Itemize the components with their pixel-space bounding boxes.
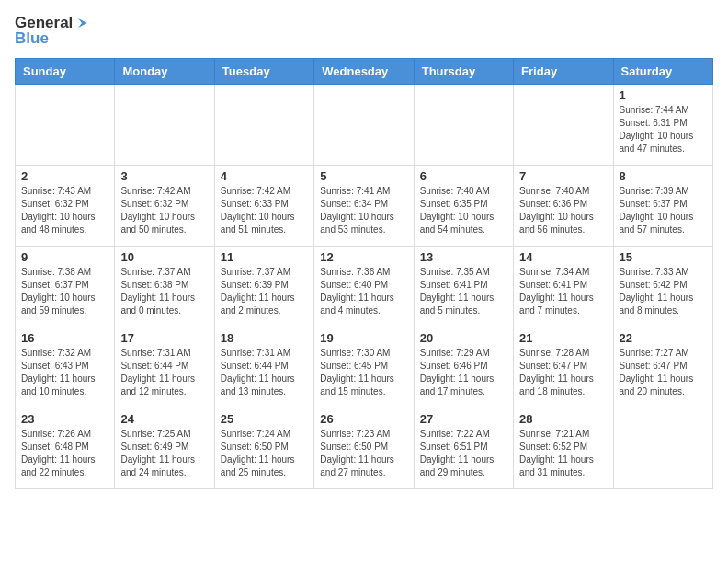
calendar-cell: 25Sunrise: 7:24 AMSunset: 6:50 PMDayligh… [214, 408, 313, 489]
calendar-cell: 19Sunrise: 7:30 AMSunset: 6:45 PMDayligh… [314, 327, 414, 408]
calendar-week-row: 2Sunrise: 7:43 AMSunset: 6:32 PMDaylight… [16, 166, 713, 247]
page-header: General Blue [15, 15, 713, 47]
day-number: 22 [620, 331, 707, 345]
day-info: Sunrise: 7:25 AMSunset: 6:49 PMDaylight:… [120, 428, 208, 479]
svg-marker-0 [78, 18, 87, 28]
calendar-cell: 15Sunrise: 7:33 AMSunset: 6:42 PMDayligh… [613, 247, 712, 327]
calendar-cell: 2Sunrise: 7:43 AMSunset: 6:32 PMDaylight… [16, 166, 115, 247]
day-number: 15 [620, 250, 707, 264]
day-info: Sunrise: 7:21 AMSunset: 6:52 PMDaylight:… [519, 428, 607, 479]
day-number: 20 [420, 331, 507, 345]
calendar-cell: 3Sunrise: 7:42 AMSunset: 6:32 PMDaylight… [115, 166, 214, 247]
calendar-week-row: 23Sunrise: 7:26 AMSunset: 6:48 PMDayligh… [16, 408, 713, 489]
day-number: 5 [320, 169, 407, 183]
day-number: 19 [320, 331, 407, 345]
day-number: 2 [21, 169, 108, 183]
calendar-cell: 28Sunrise: 7:21 AMSunset: 6:52 PMDayligh… [514, 408, 613, 489]
day-number: 6 [420, 169, 507, 183]
day-info: Sunrise: 7:22 AMSunset: 6:51 PMDaylight:… [420, 428, 507, 479]
day-info: Sunrise: 7:44 AMSunset: 6:31 PMDaylight:… [620, 104, 707, 155]
calendar-cell: 10Sunrise: 7:37 AMSunset: 6:38 PMDayligh… [115, 247, 214, 327]
calendar-cell: 23Sunrise: 7:26 AMSunset: 6:48 PMDayligh… [16, 408, 115, 489]
day-info: Sunrise: 7:31 AMSunset: 6:44 PMDaylight:… [120, 347, 208, 398]
calendar-cell: 20Sunrise: 7:29 AMSunset: 6:46 PMDayligh… [414, 327, 513, 408]
day-info: Sunrise: 7:27 AMSunset: 6:47 PMDaylight:… [620, 347, 707, 398]
calendar-cell: 11Sunrise: 7:37 AMSunset: 6:39 PMDayligh… [214, 247, 313, 327]
day-info: Sunrise: 7:33 AMSunset: 6:42 PMDaylight:… [620, 266, 707, 317]
day-info: Sunrise: 7:23 AMSunset: 6:50 PMDaylight:… [320, 428, 407, 479]
calendar-cell [16, 85, 115, 166]
day-info: Sunrise: 7:42 AMSunset: 6:32 PMDaylight:… [120, 185, 208, 236]
day-number: 4 [221, 169, 308, 183]
day-info: Sunrise: 7:32 AMSunset: 6:43 PMDaylight:… [21, 347, 108, 398]
day-number: 26 [320, 412, 407, 426]
calendar-cell: 8Sunrise: 7:39 AMSunset: 6:37 PMDaylight… [613, 166, 712, 247]
day-number: 13 [420, 250, 507, 264]
calendar-cell: 17Sunrise: 7:31 AMSunset: 6:44 PMDayligh… [115, 327, 214, 408]
calendar-cell: 18Sunrise: 7:31 AMSunset: 6:44 PMDayligh… [214, 327, 313, 408]
calendar-cell: 12Sunrise: 7:36 AMSunset: 6:40 PMDayligh… [314, 247, 414, 327]
day-number: 3 [120, 169, 208, 183]
calendar-table: SundayMondayTuesdayWednesdayThursdayFrid… [15, 58, 713, 489]
day-info: Sunrise: 7:24 AMSunset: 6:50 PMDaylight:… [221, 428, 308, 479]
weekday-header-row: SundayMondayTuesdayWednesdayThursdayFrid… [16, 59, 713, 85]
weekday-header-saturday: Saturday [613, 59, 712, 85]
calendar-cell: 16Sunrise: 7:32 AMSunset: 6:43 PMDayligh… [16, 327, 115, 408]
day-number: 25 [221, 412, 308, 426]
calendar-cell: 4Sunrise: 7:42 AMSunset: 6:33 PMDaylight… [214, 166, 313, 247]
calendar-cell: 27Sunrise: 7:22 AMSunset: 6:51 PMDayligh… [414, 408, 513, 489]
day-info: Sunrise: 7:26 AMSunset: 6:48 PMDaylight:… [21, 428, 108, 479]
calendar-cell [214, 85, 313, 166]
weekday-header-wednesday: Wednesday [314, 59, 414, 85]
day-number: 7 [519, 169, 607, 183]
calendar-cell [115, 85, 214, 166]
day-number: 12 [320, 250, 407, 264]
calendar-cell: 26Sunrise: 7:23 AMSunset: 6:50 PMDayligh… [314, 408, 414, 489]
day-info: Sunrise: 7:41 AMSunset: 6:34 PMDaylight:… [320, 185, 407, 236]
day-number: 23 [21, 412, 108, 426]
day-info: Sunrise: 7:31 AMSunset: 6:44 PMDaylight:… [221, 347, 308, 398]
calendar-cell: 9Sunrise: 7:38 AMSunset: 6:37 PMDaylight… [16, 247, 115, 327]
day-number: 18 [221, 331, 308, 345]
day-number: 28 [519, 412, 607, 426]
logo-arrow-icon [74, 15, 91, 31]
day-number: 10 [120, 250, 208, 264]
weekday-header-sunday: Sunday [16, 59, 115, 85]
calendar-cell [314, 85, 414, 166]
calendar-cell: 14Sunrise: 7:34 AMSunset: 6:41 PMDayligh… [514, 247, 613, 327]
day-info: Sunrise: 7:43 AMSunset: 6:32 PMDaylight:… [21, 185, 108, 236]
day-info: Sunrise: 7:38 AMSunset: 6:37 PMDaylight:… [21, 266, 108, 317]
logo: General Blue [15, 15, 91, 47]
calendar-week-row: 16Sunrise: 7:32 AMSunset: 6:43 PMDayligh… [16, 327, 713, 408]
logo-blue: Blue [15, 30, 91, 48]
calendar-cell: 22Sunrise: 7:27 AMSunset: 6:47 PMDayligh… [613, 327, 712, 408]
day-info: Sunrise: 7:40 AMSunset: 6:36 PMDaylight:… [519, 185, 607, 236]
day-number: 1 [620, 88, 707, 102]
calendar-cell [613, 408, 712, 489]
day-number: 14 [519, 250, 607, 264]
logo-text: General Blue [15, 15, 91, 47]
day-info: Sunrise: 7:37 AMSunset: 6:38 PMDaylight:… [120, 266, 208, 317]
day-number: 21 [519, 331, 607, 345]
day-info: Sunrise: 7:35 AMSunset: 6:41 PMDaylight:… [420, 266, 507, 317]
calendar-cell: 1Sunrise: 7:44 AMSunset: 6:31 PMDaylight… [613, 85, 712, 166]
calendar-cell: 7Sunrise: 7:40 AMSunset: 6:36 PMDaylight… [514, 166, 613, 247]
day-info: Sunrise: 7:36 AMSunset: 6:40 PMDaylight:… [320, 266, 407, 317]
weekday-header-friday: Friday [514, 59, 613, 85]
day-info: Sunrise: 7:29 AMSunset: 6:46 PMDaylight:… [420, 347, 507, 398]
day-number: 24 [120, 412, 208, 426]
calendar-cell: 5Sunrise: 7:41 AMSunset: 6:34 PMDaylight… [314, 166, 414, 247]
weekday-header-thursday: Thursday [414, 59, 513, 85]
day-number: 27 [420, 412, 507, 426]
day-number: 16 [21, 331, 108, 345]
day-number: 17 [120, 331, 208, 345]
day-info: Sunrise: 7:34 AMSunset: 6:41 PMDaylight:… [519, 266, 607, 317]
day-number: 8 [620, 169, 707, 183]
day-number: 11 [221, 250, 308, 264]
weekday-header-monday: Monday [115, 59, 214, 85]
calendar-cell [414, 85, 513, 166]
calendar-cell: 6Sunrise: 7:40 AMSunset: 6:35 PMDaylight… [414, 166, 513, 247]
day-info: Sunrise: 7:28 AMSunset: 6:47 PMDaylight:… [519, 347, 607, 398]
calendar-cell: 13Sunrise: 7:35 AMSunset: 6:41 PMDayligh… [414, 247, 513, 327]
calendar-cell [514, 85, 613, 166]
